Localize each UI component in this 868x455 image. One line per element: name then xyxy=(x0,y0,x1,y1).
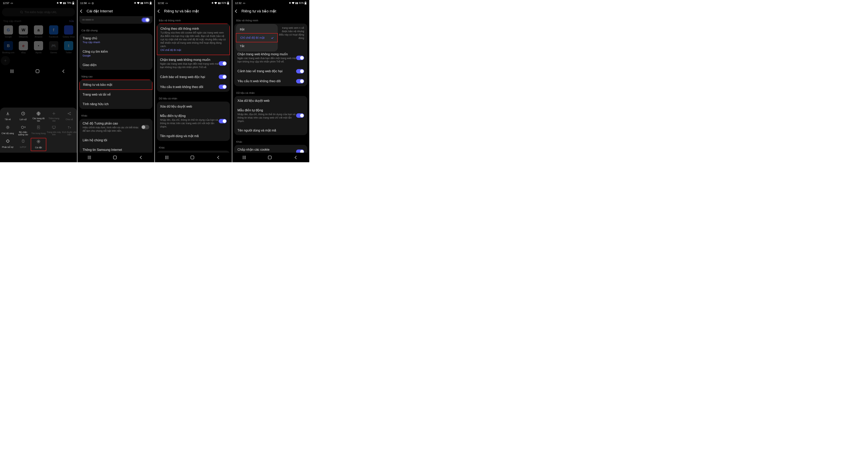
item-cookies[interactable]: Chấp nhận các cookie Cho phép các trang … xyxy=(234,145,307,153)
menu-label: Bộ chặn quảng cáo xyxy=(16,131,30,136)
toggle-do-not-track[interactable] xyxy=(219,85,227,89)
qa-item-ebay[interactable]: e eBay xyxy=(16,40,31,55)
nav-recents[interactable] xyxy=(89,156,90,159)
svg-point-8 xyxy=(70,112,71,113)
toggle-warn-malicious[interactable] xyxy=(296,69,304,73)
back-button[interactable] xyxy=(158,9,161,13)
menu-saved-pages[interactable]: Các trang đã lưu xyxy=(31,111,46,122)
toggle[interactable] xyxy=(141,125,149,129)
qa-item-facebook[interactable]: f Facebook xyxy=(46,24,61,39)
settings-item[interactable]: Chế độ Tương phản caoHiệu chỉnh màu font… xyxy=(80,119,152,135)
wifi-icon xyxy=(137,2,140,4)
qa-item-agoda[interactable]: • Agoda xyxy=(31,40,46,55)
item-block-unwanted[interactable]: Chặn trang web không mong muốn Ngăn các … xyxy=(157,55,230,72)
edit-link[interactable]: Sửa xyxy=(69,20,74,23)
item-usernames[interactable]: Tên người dùng và mật mã xyxy=(157,131,230,141)
qa-icon: f xyxy=(49,25,58,34)
section-advanced: Nâng cao xyxy=(80,72,152,80)
qa-icon: B xyxy=(4,41,13,50)
item-warn-malicious[interactable]: Cảnh báo về trang web độc hại xyxy=(157,72,230,82)
url-bar[interactable]: Tìm kiếm hoặc nhập URL xyxy=(2,8,75,17)
qa-item-amazon[interactable]: a Amazon xyxy=(31,24,46,39)
back-button[interactable] xyxy=(80,9,84,13)
signal-icon: ▮▮ xyxy=(295,2,298,4)
settings-item[interactable]: Riêng tư và bảo mật xyxy=(80,80,152,90)
toggle-do-not-track[interactable] xyxy=(296,79,304,83)
settings-item[interactable]: Tính năng hữu ích xyxy=(80,99,152,109)
toggle-block-unwanted[interactable] xyxy=(296,56,304,60)
add-shortcut-button[interactable]: + xyxy=(1,56,10,65)
item-autofill[interactable]: Mẫu điền tự động Nhập tên, địa chỉ, thôn… xyxy=(234,105,307,126)
toggle-cookies[interactable] xyxy=(296,149,304,153)
item-usernames[interactable]: Tên người dùng và mật mã xyxy=(234,125,307,135)
item-do-not-track[interactable]: Yêu cầu tr.web không theo dõi xyxy=(234,76,307,86)
status-bar: 12:57 ▭ ✱ ▮▮ 79% xyxy=(0,0,77,6)
item-clear-data[interactable]: Xóa dữ liệu duyệt web xyxy=(157,101,230,111)
smart-tracking-title: Chống theo dõi thông minh xyxy=(160,27,226,31)
nav-bar xyxy=(155,153,232,162)
qa-label: Wikipedia xyxy=(19,35,28,38)
item-cookies[interactable]: Chấp nhận các cookie Cho phép các trang … xyxy=(157,151,230,153)
item-title: Liên hệ chúng tôi xyxy=(83,138,149,142)
toggle-block-unwanted[interactable] xyxy=(219,61,227,66)
nav-recents[interactable] xyxy=(244,156,244,159)
menu-light-mode[interactable]: Chế độ sáng xyxy=(0,125,16,136)
menu-history[interactable]: Lịch sử xyxy=(16,111,31,122)
add-page-icon xyxy=(52,111,56,116)
menu-settings[interactable]: Cài đặt xyxy=(31,138,46,151)
nav-back[interactable] xyxy=(140,156,143,159)
nav-home[interactable] xyxy=(36,69,39,73)
popup-option-off[interactable]: Tắt xyxy=(236,42,278,50)
menu-share: Chia sẻ xyxy=(62,111,77,122)
item-title: Trang web và tải về xyxy=(83,93,149,96)
section-general: Cài đặt chung xyxy=(80,26,152,33)
menu-find-in-page: Tìm trong trang xyxy=(31,125,46,136)
item-clear-data[interactable]: Xóa dữ liệu duyệt web xyxy=(234,96,307,105)
qa-item-games[interactable]: 🎮 Games xyxy=(46,40,61,55)
item-do-not-track[interactable]: Yêu cầu tr.web không theo dõi xyxy=(157,82,230,92)
item-autofill[interactable]: Mẫu điền tự động Nhập tên, địa chỉ, thôn… xyxy=(157,111,230,131)
toggle-autofill[interactable] xyxy=(296,113,304,118)
nav-home[interactable] xyxy=(113,156,117,159)
toggle-autofill[interactable] xyxy=(219,119,227,123)
svg-point-15 xyxy=(38,141,39,142)
popup-option-secret[interactable]: Chỉ chế độ Bí mật xyxy=(236,33,278,42)
nav-back[interactable] xyxy=(217,156,221,159)
nav-recents[interactable] xyxy=(12,69,12,73)
qa-item-bookingcom[interactable]: B Booking.com xyxy=(1,40,16,55)
settings-item[interactable]: Trang web và tải về xyxy=(80,90,152,99)
svg-rect-24 xyxy=(305,2,306,4)
qa-item-galaxyshop[interactable]: Galaxy Shop xyxy=(61,24,76,39)
toggle-blurred[interactable] xyxy=(142,18,150,22)
nav-back[interactable] xyxy=(62,70,66,73)
cookies-sub: Cho phép các trang web lưu và đọc cookie… xyxy=(238,152,296,153)
settings-item[interactable]: Liên hệ chúng tôi xyxy=(80,135,152,145)
menu-download[interactable]: Tải về xyxy=(0,111,16,122)
battery-icon xyxy=(227,2,229,5)
nav-home[interactable] xyxy=(268,156,272,159)
menu-addons[interactable]: Phần bổ trợ xyxy=(0,139,16,150)
back-button[interactable] xyxy=(235,9,239,13)
section-personal-data: Dữ liệu cá nhân xyxy=(157,94,230,101)
qa-item-twitter[interactable]: t Twitter xyxy=(61,40,76,55)
nav-back[interactable] xyxy=(295,156,298,159)
nav-recents[interactable] xyxy=(166,156,167,159)
menu-ad-blocker[interactable]: 0 Bộ chặn quảng cáo xyxy=(16,125,31,136)
item-smart-tracking[interactable]: Chống theo dõi thông minh Tự động xóa th… xyxy=(157,24,230,55)
qa-item-google[interactable]: G Google xyxy=(1,24,16,39)
toggle-warn-malicious[interactable] xyxy=(219,74,227,79)
settings-item[interactable]: Thông tin Samsung Internet xyxy=(80,145,152,153)
svg-rect-21 xyxy=(227,2,229,4)
nav-home[interactable] xyxy=(191,156,194,159)
page-header: Riêng tư và bảo mật xyxy=(155,6,232,16)
battery-icon xyxy=(72,2,74,5)
do-not-track-label: Yêu cầu tr.web không theo dõi xyxy=(160,85,219,89)
settings-item[interactable]: Công cụ tìm kiếmGoogle xyxy=(80,47,152,60)
settings-item[interactable]: Trang chủTruy cập nhanh xyxy=(80,33,152,47)
item-block-unwanted[interactable]: Chặn trang web không mong muốn Ngăn các … xyxy=(234,50,307,66)
settings-item[interactable]: Giao diện xyxy=(80,60,152,70)
item-warn-malicious[interactable]: Cảnh báo về trang web độc hại xyxy=(234,66,307,76)
usernames-label: Tên người dùng và mật mã xyxy=(160,134,227,138)
popup-option-on[interactable]: Bật xyxy=(236,25,278,33)
qa-item-wikipedia[interactable]: W Wikipedia xyxy=(16,24,31,39)
